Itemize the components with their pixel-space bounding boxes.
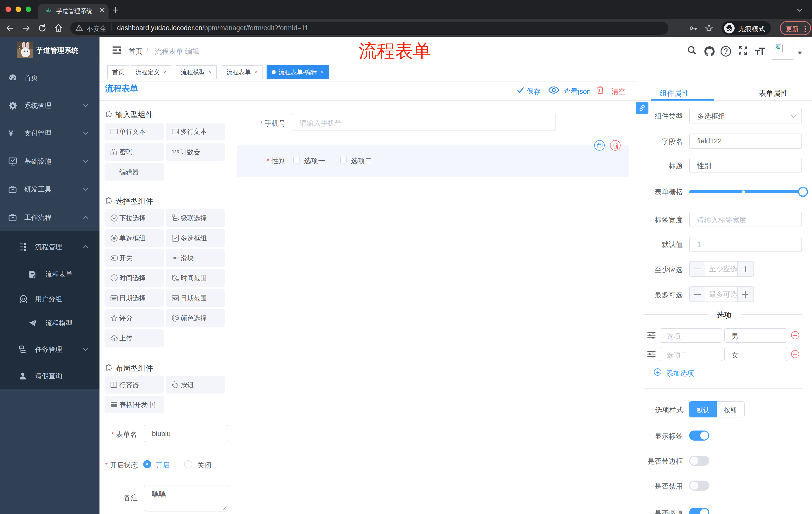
svg-text:123: 123 [172, 150, 179, 154]
